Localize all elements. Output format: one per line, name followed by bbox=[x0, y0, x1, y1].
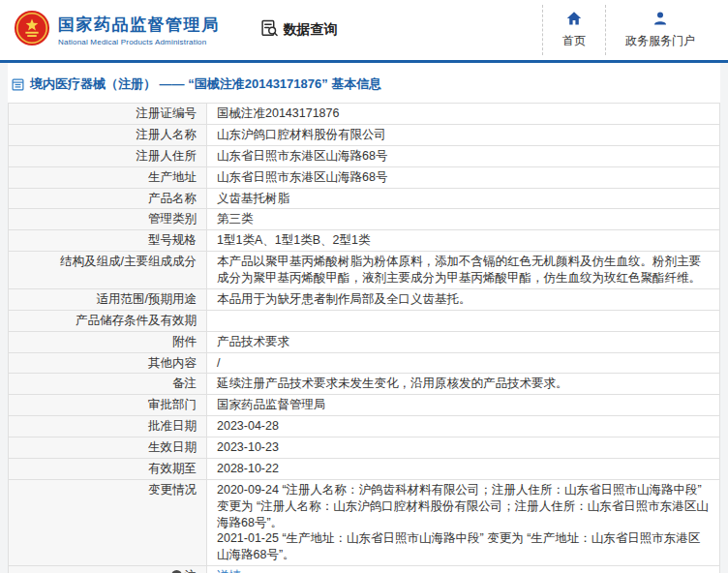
row-value: 第三类 bbox=[207, 209, 719, 229]
row-label: 批准日期 bbox=[9, 416, 207, 437]
row-value: 国家药品监督管理局 bbox=[207, 395, 719, 415]
person-icon bbox=[652, 11, 668, 30]
nav-home-label: 首页 bbox=[562, 33, 586, 49]
table-row: 适用范围/预期用途本品用于为缺牙患者制作局部及全口义齿基托。 bbox=[9, 289, 719, 311]
table-row: 生效日期2023-10-23 bbox=[9, 437, 719, 459]
row-label: 变更情况 bbox=[9, 480, 207, 565]
row-label: 适用范围/预期用途 bbox=[9, 289, 207, 310]
row-label: 型号规格 bbox=[9, 230, 207, 251]
page-title-text: 境内医疗器械（注册） —— “国械注准20143171876” 基本信息 bbox=[30, 75, 381, 93]
nav-gov-portal[interactable]: 政务服务门户 bbox=[605, 5, 714, 55]
data-query-icon bbox=[260, 19, 279, 42]
detail-link[interactable]: 详情 bbox=[217, 569, 241, 573]
table-row: 审批部门国家药品监督管理局 bbox=[9, 395, 719, 416]
row-label: 生效日期 bbox=[9, 437, 207, 458]
row-value bbox=[207, 311, 719, 331]
brand: 国家药品监督管理局 National Medical Products Admi… bbox=[14, 10, 220, 50]
table-row: 产品储存条件及有效期 bbox=[9, 311, 719, 332]
row-value: 2023-10-23 bbox=[207, 437, 719, 458]
table-row: 注详情 bbox=[9, 566, 719, 573]
table-row: 注册证编号国械注准20143171876 bbox=[9, 104, 719, 125]
row-label: 其他内容 bbox=[9, 353, 207, 374]
table-row: 变更情况2020-09-24 “注册人名称：沪鸽齿科材料有限公司；注册人住所：山… bbox=[9, 480, 719, 566]
row-value: 延续注册产品技术要求未发生变化，沿用原核发的产品技术要求。 bbox=[207, 374, 719, 394]
row-label: 管理类别 bbox=[9, 209, 207, 229]
row-label: 有效期至 bbox=[9, 459, 207, 479]
table-row: 管理类别第三类 bbox=[9, 209, 719, 230]
data-query-label: 数据查询 bbox=[284, 21, 338, 39]
brand-text: 国家药品监督管理局 National Medical Products Admi… bbox=[58, 14, 220, 46]
home-icon bbox=[566, 11, 582, 30]
row-label: 附件 bbox=[9, 332, 207, 352]
row-label: 审批部门 bbox=[9, 395, 207, 415]
table-row: 生产地址山东省日照市东港区山海路68号 bbox=[9, 167, 719, 189]
row-label: 生产地址 bbox=[9, 167, 207, 188]
row-value: 国械注准20143171876 bbox=[207, 104, 719, 124]
site-header: 国家药品监督管理局 National Medical Products Admi… bbox=[0, 0, 728, 60]
page-title: 境内医疗器械（注册） —— “国械注准20143171876” 基本信息 bbox=[8, 63, 720, 103]
table-row: 注册人住所山东省日照市东港区山海路68号 bbox=[9, 146, 719, 167]
data-query-button[interactable]: 数据查询 bbox=[260, 19, 338, 42]
row-value: 详情 bbox=[207, 566, 719, 573]
row-value: 2028-10-22 bbox=[207, 459, 719, 479]
nav-gov-portal-label: 政务服务门户 bbox=[625, 33, 695, 49]
table-row: 产品名称义齿基托树脂 bbox=[9, 189, 719, 210]
row-label: 注册证编号 bbox=[9, 104, 207, 124]
row-label: 注 bbox=[9, 566, 207, 573]
row-label: 产品储存条件及有效期 bbox=[9, 311, 207, 331]
row-value: 本产品以聚甲基丙烯酸树脂为粉体原料，添加不含镉的红色无机颜料及仿生血纹。粉剂主要… bbox=[207, 252, 719, 288]
row-value: 山东省日照市东港区山海路68号 bbox=[207, 167, 719, 188]
main-content: 境内医疗器械（注册） —— “国械注准20143171876” 基本信息 注册证… bbox=[0, 63, 728, 573]
row-label: 注册人住所 bbox=[9, 146, 207, 166]
nmpa-logo-icon bbox=[14, 10, 50, 50]
header-nav: 首页 政务服务门户 bbox=[542, 5, 714, 55]
row-value: 义齿基托树脂 bbox=[207, 189, 719, 209]
table-row: 有效期至2028-10-22 bbox=[9, 459, 719, 480]
document-icon bbox=[12, 78, 24, 91]
nav-home[interactable]: 首页 bbox=[542, 5, 605, 55]
row-value: 2020-09-24 “注册人名称：沪鸽齿科材料有限公司；注册人住所：山东省日照… bbox=[207, 480, 719, 565]
row-label: 备注 bbox=[9, 374, 207, 394]
row-value: 产品技术要求 bbox=[207, 332, 719, 352]
agency-name-en: National Medical Products Administration bbox=[58, 38, 220, 46]
info-panel: 境内医疗器械（注册） —— “国械注准20143171876” 基本信息 注册证… bbox=[8, 63, 720, 573]
row-label: 产品名称 bbox=[9, 189, 207, 209]
row-value: 本品用于为缺牙患者制作局部及全口义齿基托。 bbox=[207, 289, 719, 310]
row-value: / bbox=[207, 353, 719, 374]
table-row: 结构及组成/主要组成成分本产品以聚甲基丙烯酸树脂为粉体原料，添加不含镉的红色无机… bbox=[9, 252, 719, 289]
table-row: 型号规格1型1类A、1型1类B、2型1类 bbox=[9, 230, 719, 252]
info-table: 注册证编号国械注准20143171876注册人名称山东沪鸽口腔材料股份有限公司注… bbox=[8, 103, 720, 573]
row-label: 结构及组成/主要组成成分 bbox=[9, 252, 207, 288]
table-row: 批准日期2023-04-28 bbox=[9, 416, 719, 437]
agency-name: 国家药品监督管理局 bbox=[58, 14, 220, 36]
table-row: 备注延续注册产品技术要求未发生变化，沿用原核发的产品技术要求。 bbox=[9, 374, 719, 395]
table-row: 其他内容/ bbox=[9, 353, 719, 375]
row-value: 2023-04-28 bbox=[207, 416, 719, 437]
row-label: 注册人名称 bbox=[9, 125, 207, 145]
row-value: 1型1类A、1型1类B、2型1类 bbox=[207, 230, 719, 251]
row-value: 山东省日照市东港区山海路68号 bbox=[207, 146, 719, 166]
table-row: 注册人名称山东沪鸽口腔材料股份有限公司 bbox=[9, 125, 719, 146]
table-row: 附件产品技术要求 bbox=[9, 332, 719, 353]
row-value: 山东沪鸽口腔材料股份有限公司 bbox=[207, 125, 719, 145]
